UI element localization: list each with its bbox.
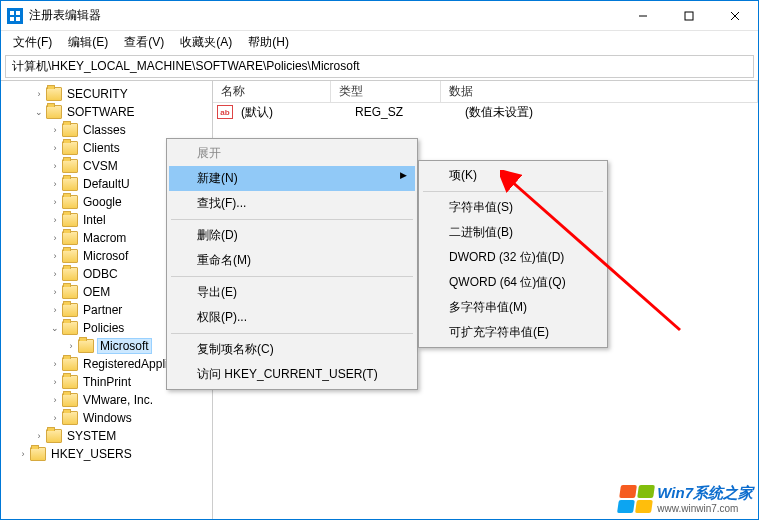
- menu-edit[interactable]: 编辑(E): [60, 32, 116, 53]
- tree-node[interactable]: ›Windows: [1, 409, 212, 427]
- ctx-new[interactable]: 新建(N) ▶: [169, 166, 415, 191]
- value-name: (默认): [237, 104, 351, 121]
- expand-icon[interactable]: ›: [49, 269, 61, 279]
- separator: [423, 191, 603, 192]
- expand-icon[interactable]: ›: [49, 179, 61, 189]
- collapse-icon[interactable]: ⌄: [33, 107, 45, 117]
- ctx-export[interactable]: 导出(E): [169, 280, 415, 305]
- menu-file[interactable]: 文件(F): [5, 32, 60, 53]
- col-name[interactable]: 名称: [213, 81, 331, 102]
- collapse-icon[interactable]: ⌄: [49, 323, 61, 333]
- expand-icon[interactable]: ›: [49, 197, 61, 207]
- folder-icon: [62, 267, 78, 281]
- separator: [171, 333, 413, 334]
- expand-icon[interactable]: ›: [49, 413, 61, 423]
- tree-node-label: VMware, Inc.: [81, 393, 155, 407]
- new-binary[interactable]: 二进制值(B): [421, 220, 605, 245]
- tree-node-label: Windows: [81, 411, 134, 425]
- ctx-goto-hkcu[interactable]: 访问 HKEY_CURRENT_USER(T): [169, 362, 415, 387]
- col-data[interactable]: 数据: [441, 81, 758, 102]
- titlebar: 注册表编辑器: [1, 1, 758, 31]
- tree-node[interactable]: ›SECURITY: [1, 85, 212, 103]
- folder-icon: [62, 321, 78, 335]
- tree-node-label: ThinPrint: [81, 375, 133, 389]
- ctx-copy-key-name[interactable]: 复制项名称(C): [169, 337, 415, 362]
- tree-node-label: Intel: [81, 213, 108, 227]
- tree-node-label: OEM: [81, 285, 112, 299]
- expand-icon[interactable]: ›: [49, 251, 61, 261]
- tree-node-label: CVSM: [81, 159, 120, 173]
- tree-node-label: DefaultU: [81, 177, 132, 191]
- folder-icon: [62, 357, 78, 371]
- ctx-permissions[interactable]: 权限(P)...: [169, 305, 415, 330]
- maximize-button[interactable]: [666, 1, 712, 31]
- expand-icon[interactable]: ›: [65, 341, 77, 351]
- menu-favorites[interactable]: 收藏夹(A): [172, 32, 240, 53]
- ctx-rename[interactable]: 重命名(M): [169, 248, 415, 273]
- tree-node-label: Macrom: [81, 231, 128, 245]
- folder-icon: [62, 285, 78, 299]
- ctx-delete[interactable]: 删除(D): [169, 223, 415, 248]
- folder-icon: [62, 159, 78, 173]
- new-dword[interactable]: DWORD (32 位)值(D): [421, 245, 605, 270]
- svg-rect-1: [16, 11, 20, 15]
- expand-icon[interactable]: ›: [49, 215, 61, 225]
- tree-node[interactable]: ›SYSTEM: [1, 427, 212, 445]
- folder-icon: [46, 87, 62, 101]
- ctx-find[interactable]: 查找(F)...: [169, 191, 415, 216]
- tree-node-label: ODBC: [81, 267, 120, 281]
- folder-icon: [62, 195, 78, 209]
- folder-icon: [62, 123, 78, 137]
- tree-node-label: Microsoft: [97, 338, 152, 354]
- svg-rect-0: [10, 11, 14, 15]
- expand-icon[interactable]: ›: [49, 161, 61, 171]
- tree-node-label: Classes: [81, 123, 128, 137]
- expand-icon[interactable]: ›: [49, 395, 61, 405]
- new-multi-string[interactable]: 多字符串值(M): [421, 295, 605, 320]
- folder-icon: [62, 231, 78, 245]
- expand-icon[interactable]: ›: [17, 449, 29, 459]
- new-key[interactable]: 项(K): [421, 163, 605, 188]
- folder-icon: [62, 303, 78, 317]
- new-qword[interactable]: QWORD (64 位)值(Q): [421, 270, 605, 295]
- expand-icon[interactable]: ›: [49, 143, 61, 153]
- minimize-button[interactable]: [620, 1, 666, 31]
- tree-node[interactable]: ›HKEY_USERS: [1, 445, 212, 463]
- expand-icon[interactable]: ›: [49, 233, 61, 243]
- value-row[interactable]: ab (默认) REG_SZ (数值未设置): [213, 103, 758, 121]
- expand-icon[interactable]: ›: [33, 89, 45, 99]
- tree-node[interactable]: ›VMware, Inc.: [1, 391, 212, 409]
- value-data: (数值未设置): [461, 104, 758, 121]
- expand-icon[interactable]: ›: [49, 377, 61, 387]
- menubar: 文件(F) 编辑(E) 查看(V) 收藏夹(A) 帮助(H): [1, 31, 758, 53]
- window-title: 注册表编辑器: [29, 7, 620, 24]
- expand-icon[interactable]: ›: [49, 287, 61, 297]
- menu-view[interactable]: 查看(V): [116, 32, 172, 53]
- expand-icon[interactable]: ›: [49, 305, 61, 315]
- col-type[interactable]: 类型: [331, 81, 441, 102]
- expand-icon[interactable]: ›: [33, 431, 45, 441]
- tree-node-label: Clients: [81, 141, 122, 155]
- app-icon: [7, 8, 23, 24]
- tree-node[interactable]: ⌄SOFTWARE: [1, 103, 212, 121]
- tree-node[interactable]: ›Classes: [1, 121, 212, 139]
- separator: [171, 219, 413, 220]
- windows-flag-icon: [617, 485, 655, 513]
- folder-icon: [62, 249, 78, 263]
- menu-help[interactable]: 帮助(H): [240, 32, 297, 53]
- tree-node-label: SYSTEM: [65, 429, 118, 443]
- watermark-text: Win7系统之家 www.winwin7.com: [657, 484, 753, 514]
- tree-node-label: SOFTWARE: [65, 105, 137, 119]
- new-expand-string[interactable]: 可扩充字符串值(E): [421, 320, 605, 345]
- submenu-arrow-icon: ▶: [400, 170, 407, 180]
- new-string[interactable]: 字符串值(S): [421, 195, 605, 220]
- folder-icon: [62, 375, 78, 389]
- folder-icon: [78, 339, 94, 353]
- close-button[interactable]: [712, 1, 758, 31]
- expand-icon[interactable]: ›: [49, 125, 61, 135]
- address-bar[interactable]: 计算机\HKEY_LOCAL_MACHINE\SOFTWARE\Policies…: [5, 55, 754, 78]
- folder-icon: [62, 141, 78, 155]
- expand-icon[interactable]: ›: [49, 359, 61, 369]
- tree-node-label: Partner: [81, 303, 124, 317]
- watermark: Win7系统之家 www.winwin7.com: [619, 484, 753, 514]
